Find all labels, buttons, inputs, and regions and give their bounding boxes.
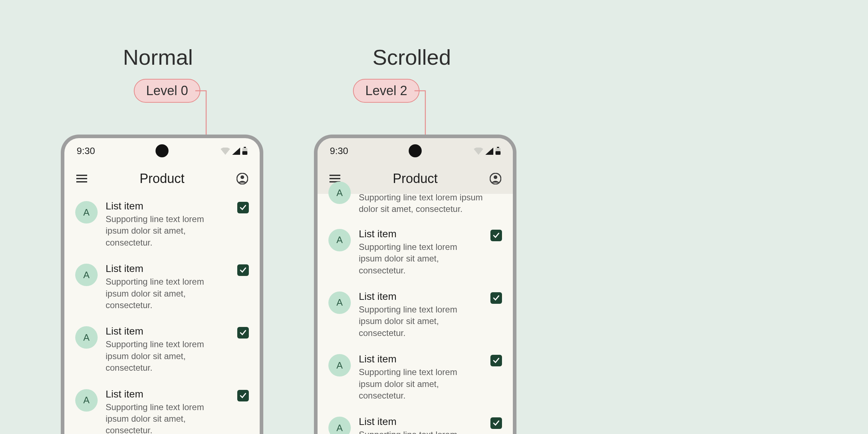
checkbox[interactable] xyxy=(490,230,502,241)
menu-button[interactable] xyxy=(75,171,89,186)
svg-rect-2 xyxy=(244,147,246,148)
avatar: A xyxy=(328,292,351,314)
list-item-supporting: Supporting line text lorem ipsum dolor s… xyxy=(359,429,482,434)
account-circle-icon xyxy=(237,173,248,184)
list-item-title: List item xyxy=(359,416,482,427)
list-item-title: List item xyxy=(359,291,482,302)
list-item[interactable]: A List item Supporting line text lorem i… xyxy=(74,319,250,382)
list-item-title: List item xyxy=(359,353,482,365)
app-bar-title: Product xyxy=(349,171,481,186)
signal-icon xyxy=(485,148,493,155)
svg-rect-5 xyxy=(76,175,87,176)
avatar: A xyxy=(328,354,351,376)
phone-mockup-scrolled: 9:30 Product A Supporting line text lore… xyxy=(314,135,516,434)
phone-mockup-normal: 9:30 Product A List item Supporting line… xyxy=(61,135,263,434)
list-item-title: List item xyxy=(106,388,229,400)
list-item[interactable]: A List item Supporting line text lorem i… xyxy=(327,222,503,284)
list-item-supporting: Supporting line text lorem ipsum dolor s… xyxy=(359,192,502,215)
check-icon xyxy=(239,329,247,336)
list-item-supporting: Supporting line text lorem ipsum dolor s… xyxy=(359,304,482,339)
svg-rect-10 xyxy=(497,147,499,148)
status-icons xyxy=(221,147,247,155)
status-bar: 9:30 xyxy=(318,138,513,163)
list-content[interactable]: A List item Supporting line text lorem i… xyxy=(318,222,513,434)
check-icon xyxy=(239,392,247,399)
list-item[interactable]: A List item Supporting line text lorem i… xyxy=(74,382,250,434)
checkbox[interactable] xyxy=(237,202,249,213)
checkbox[interactable] xyxy=(490,417,502,429)
avatar: A xyxy=(75,201,98,224)
wifi-icon xyxy=(221,148,230,155)
list-item-supporting: Supporting line text lorem ipsum dolor s… xyxy=(106,213,229,248)
svg-rect-13 xyxy=(329,175,340,176)
checkbox[interactable] xyxy=(237,264,249,276)
list-content[interactable]: A List item Supporting line text lorem i… xyxy=(64,194,260,434)
list-item[interactable]: A List item Supporting line text lorem i… xyxy=(327,284,503,347)
list-item-partial[interactable]: A Supporting line text lorem ipsum dolor… xyxy=(318,192,513,222)
list-item-title: List item xyxy=(359,228,482,240)
svg-point-17 xyxy=(494,175,497,179)
svg-rect-14 xyxy=(329,178,340,179)
checkbox[interactable] xyxy=(237,390,249,401)
list-item-supporting: Supporting line text lorem ipsum dolor s… xyxy=(359,241,482,276)
badge-level-0: Level 0 xyxy=(134,79,200,103)
check-icon xyxy=(493,294,500,302)
camera-cutout xyxy=(409,144,422,157)
status-time: 9:30 xyxy=(330,145,348,157)
app-bar: Product xyxy=(64,163,260,194)
check-icon xyxy=(493,420,500,427)
account-button[interactable] xyxy=(235,171,250,186)
svg-rect-4 xyxy=(242,151,247,155)
check-icon xyxy=(239,204,247,211)
avatar: A xyxy=(75,264,98,286)
avatar: A xyxy=(75,326,98,349)
check-icon xyxy=(493,232,500,239)
wifi-icon xyxy=(474,148,483,155)
app-bar-title: Product xyxy=(96,171,228,186)
checkbox[interactable] xyxy=(490,292,502,304)
svg-rect-12 xyxy=(495,151,501,155)
avatar: A xyxy=(75,389,98,412)
list-item-title: List item xyxy=(106,200,229,212)
list-item-title: List item xyxy=(106,263,229,275)
hamburger-icon xyxy=(76,175,87,183)
list-item-supporting: Supporting line text lorem ipsum dolor s… xyxy=(106,339,229,374)
checkbox[interactable] xyxy=(237,327,249,339)
account-button[interactable] xyxy=(488,171,503,186)
list-item-supporting: Supporting line text lorem ipsum dolor s… xyxy=(106,276,229,311)
list-item-supporting: Supporting line text lorem ipsum dolor s… xyxy=(359,366,482,401)
status-icons xyxy=(474,147,501,155)
svg-rect-7 xyxy=(76,181,87,183)
heading-scrolled: Scrolled xyxy=(373,45,451,70)
status-bar: 9:30 xyxy=(64,138,260,163)
status-time: 9:30 xyxy=(77,145,95,157)
heading-normal: Normal xyxy=(123,45,193,70)
avatar: A xyxy=(328,229,351,251)
avatar: A xyxy=(328,417,351,434)
battery-icon xyxy=(495,147,501,155)
svg-point-9 xyxy=(241,175,244,179)
check-icon xyxy=(239,267,247,274)
list-item[interactable]: A List item Supporting line text lorem i… xyxy=(74,194,250,256)
list-item[interactable]: A List item Supporting line text lorem i… xyxy=(74,256,250,319)
signal-icon xyxy=(232,148,240,155)
battery-icon xyxy=(242,147,247,155)
svg-rect-6 xyxy=(76,178,87,179)
list-item-title: List item xyxy=(106,326,229,337)
list-item-supporting: Supporting line text lorem ipsum dolor s… xyxy=(106,401,229,434)
avatar: A xyxy=(328,182,351,204)
badge-level-2: Level 2 xyxy=(353,79,420,103)
check-icon xyxy=(493,357,500,364)
list-item[interactable]: A List item Supporting line text lorem i… xyxy=(327,347,503,409)
account-circle-icon xyxy=(490,173,501,184)
list-item[interactable]: A List item Supporting line text lorem i… xyxy=(327,409,503,434)
checkbox[interactable] xyxy=(490,355,502,366)
camera-cutout xyxy=(156,144,169,157)
